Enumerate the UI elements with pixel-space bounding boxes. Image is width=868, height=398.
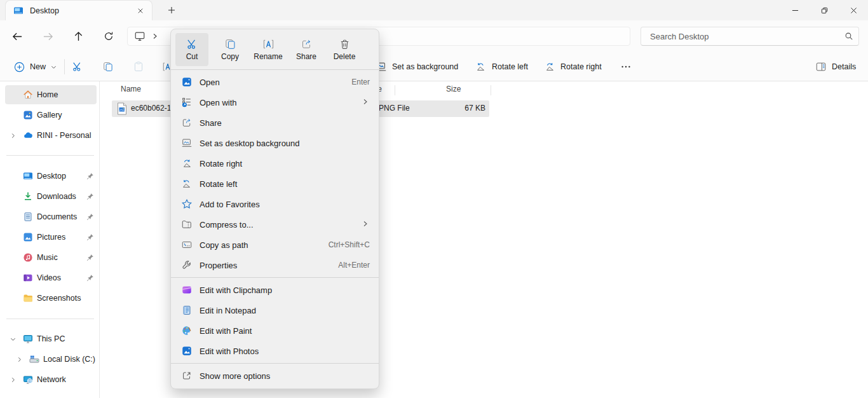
back-button[interactable]: [7, 26, 27, 46]
sidebar-item-home[interactable]: Home: [5, 85, 97, 104]
forward-button[interactable]: [37, 26, 58, 46]
rotate-right-label: Rotate right: [560, 62, 602, 71]
menu-item-label: Edit in Notepad: [200, 306, 363, 315]
menu-item-add-to-favorites[interactable]: Add to Favorites: [171, 194, 379, 214]
details-button[interactable]: Details: [810, 57, 861, 77]
menu-item-label: Properties: [200, 261, 331, 270]
minimize-button[interactable]: [780, 0, 810, 20]
local-disk-icon: [29, 354, 39, 364]
expand-chevron-icon[interactable]: [15, 355, 23, 363]
menu-item-open-with[interactable]: Open with: [171, 92, 379, 113]
menu-item-label: Rotate right: [200, 159, 363, 168]
menu-item-show-more-options[interactable]: Show more options: [171, 366, 379, 386]
menu-item-label: Edit with Clipchamp: [200, 285, 363, 295]
copy-icon: [224, 38, 236, 50]
menu-item-copy-as-path[interactable]: Copy as path Ctrl+Shift+C: [171, 235, 379, 255]
rotate-right-button[interactable]: Rotate right: [539, 57, 607, 77]
sidebar-item-label: Screenshots: [37, 294, 81, 303]
desktop-tab-icon: [13, 6, 24, 16]
expand-chevron-icon[interactable]: [9, 376, 17, 383]
refresh-button[interactable]: [98, 26, 119, 46]
set-as-background-button[interactable]: Set as background: [370, 57, 463, 77]
menu-item-edit-with-paint[interactable]: Edit with Paint: [171, 320, 379, 341]
new-button-label: New: [30, 62, 46, 71]
search-box[interactable]: [641, 27, 859, 46]
sidebar-item-documents[interactable]: Documents: [5, 207, 97, 226]
menu-item-edit-with-photos[interactable]: Edit with Photos: [171, 341, 379, 361]
star-icon: [181, 198, 193, 210]
menu-item-edit-with-clipchamp[interactable]: Edit with Clipchamp: [171, 280, 379, 300]
sidebar-item-onedrive[interactable]: RINI - Personal: [5, 126, 97, 145]
column-separator[interactable]: [491, 85, 491, 95]
menu-item-properties[interactable]: Properties Alt+Enter: [171, 255, 379, 275]
expand-chevron-icon[interactable]: [9, 132, 17, 139]
pin-icon: [86, 233, 94, 241]
sidebar-item-downloads[interactable]: Downloads: [5, 187, 97, 206]
context-menu: Cut Copy Rename Share Delete: [170, 29, 379, 389]
file-type: PNG File: [379, 104, 410, 113]
cut-quick-button[interactable]: Cut: [175, 33, 208, 66]
sidebar-item-desktop[interactable]: Desktop: [5, 167, 97, 186]
tab-close-icon[interactable]: [134, 4, 147, 17]
cut-icon: [186, 38, 198, 50]
details-label: Details: [832, 62, 856, 71]
sidebar-item-pictures[interactable]: Pictures: [5, 228, 97, 247]
close-button[interactable]: [839, 0, 868, 20]
search-input[interactable]: [641, 32, 839, 41]
paste-button[interactable]: [127, 57, 150, 77]
tab-desktop[interactable]: Desktop: [5, 0, 153, 20]
sidebar-item-label: Local Disk (C:): [43, 355, 95, 364]
menu-item-open[interactable]: Open Enter: [171, 72, 379, 92]
sidebar-item-label: Desktop: [37, 172, 66, 181]
compress-icon: [181, 219, 193, 230]
rename-quick-button[interactable]: Rename: [252, 33, 285, 66]
gallery-icon: [23, 110, 33, 120]
up-button[interactable]: [68, 26, 88, 46]
sidebar-item-music[interactable]: Music: [5, 248, 97, 267]
menu-divider: [171, 277, 379, 278]
sidebar-item-network[interactable]: Network: [5, 370, 97, 389]
sidebar-item-local-disk-c[interactable]: Local Disk (C:): [5, 350, 97, 369]
pin-icon: [86, 172, 94, 180]
rename-label: Rename: [254, 52, 282, 61]
breadcrumb-chevron-icon[interactable]: [152, 33, 158, 39]
cut-button[interactable]: [66, 57, 89, 77]
delete-label: Delete: [334, 52, 356, 61]
clipchamp-icon: [181, 284, 193, 296]
copy-quick-button[interactable]: Copy: [214, 33, 247, 66]
collapse-chevron-icon[interactable]: [9, 335, 17, 343]
paint-icon: [181, 325, 193, 336]
sidebar-item-this-pc[interactable]: This PC: [5, 329, 97, 348]
file-explorer-window: Desktop: [0, 0, 868, 398]
menu-item-label: Edit with Photos: [200, 347, 363, 356]
menu-item-set-as-desktop-background[interactable]: Set as desktop background: [171, 133, 379, 153]
share-quick-button[interactable]: Share: [290, 33, 323, 66]
sidebar-item-label: RINI - Personal: [37, 131, 91, 140]
column-header-name[interactable]: Name: [121, 85, 141, 93]
sidebar-divider: [6, 319, 94, 319]
column-header-size[interactable]: Size: [446, 85, 461, 93]
png-file-icon: [117, 102, 127, 115]
new-button[interactable]: New: [9, 57, 62, 77]
menu-item-rotate-left[interactable]: Rotate left: [171, 174, 379, 194]
menu-item-label: Share: [200, 118, 363, 128]
sidebar-item-gallery[interactable]: Gallery: [5, 106, 97, 125]
sidebar-item-label: Downloads: [37, 192, 76, 201]
menu-item-compress-to[interactable]: Compress to...: [171, 214, 379, 235]
pin-icon: [86, 254, 94, 261]
sidebar-item-screenshots[interactable]: Screenshots: [5, 289, 97, 308]
delete-quick-button[interactable]: Delete: [328, 33, 361, 66]
restore-button[interactable]: [810, 0, 839, 20]
sidebar-item-videos[interactable]: Videos: [5, 268, 97, 287]
search-icon[interactable]: [839, 32, 858, 41]
column-separator[interactable]: [395, 85, 395, 95]
submenu-chevron-icon: [362, 221, 370, 228]
rotate-left-button[interactable]: Rotate left: [470, 57, 533, 77]
see-more-button[interactable]: [614, 57, 637, 77]
copy-button[interactable]: [97, 57, 119, 77]
menu-item-share[interactable]: Share: [171, 113, 379, 133]
menu-item-edit-in-notepad[interactable]: Edit in Notepad: [171, 300, 379, 320]
rotate-left-icon: [181, 178, 193, 189]
menu-item-rotate-right[interactable]: Rotate right: [171, 153, 379, 174]
new-tab-button[interactable]: [164, 3, 179, 17]
